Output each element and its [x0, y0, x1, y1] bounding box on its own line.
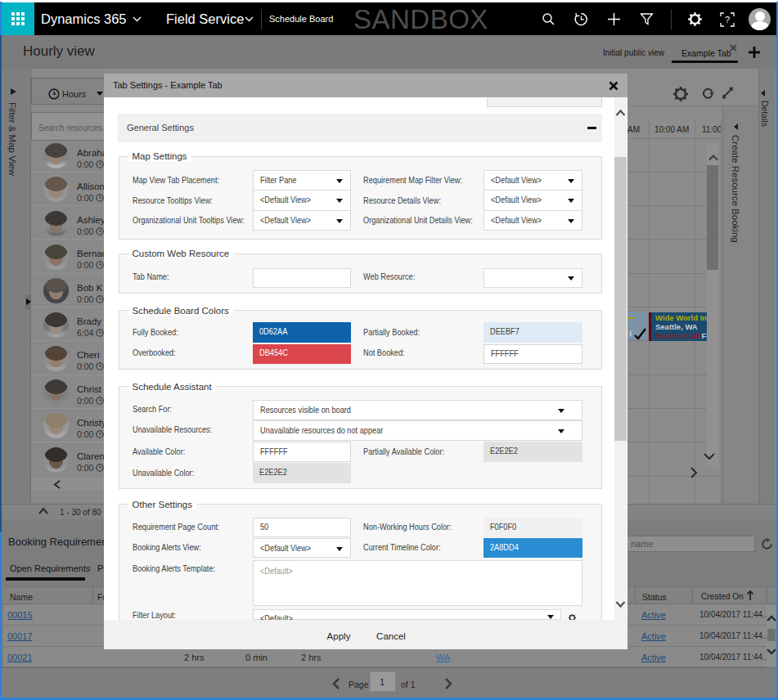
svg-text:?: ?	[725, 15, 730, 25]
